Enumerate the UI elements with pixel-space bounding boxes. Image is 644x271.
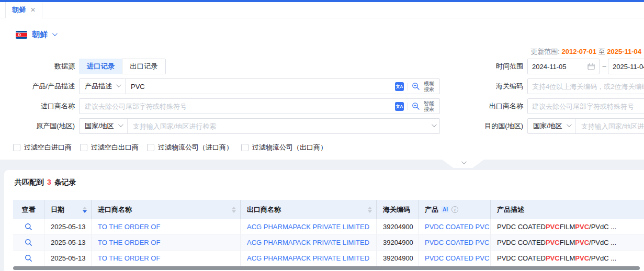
filter-logistics-exporter-checkbox[interactable]: 过滤物流公司（出口商）: [241, 143, 327, 152]
tab-title: 朝鲜: [12, 5, 26, 15]
cell-description: PVDC COATED PVC FILM PVC/PVdC ...: [491, 235, 644, 250]
product-link[interactable]: PVDC COATED PVC FIL...: [425, 239, 491, 246]
header-description: 产品描述: [491, 200, 644, 219]
ai-badge: AI: [441, 206, 449, 213]
header-view: 查看: [13, 200, 44, 219]
tab-north-korea[interactable]: 朝鲜 ✕: [5, 2, 42, 18]
data-source-toggle: 进口记录 出口记录: [79, 59, 166, 74]
checkbox-icon[interactable]: [147, 144, 154, 151]
header-exporter-label: 出口商名称: [247, 205, 281, 214]
chevron-down-icon: [52, 31, 58, 36]
destination-country-input[interactable]: [576, 122, 644, 130]
sort-icon[interactable]: [368, 207, 372, 213]
date-from-input[interactable]: [532, 63, 584, 71]
checkbox-label: 过滤空白进口商: [24, 143, 72, 152]
cell-hs-code: 39204900: [377, 235, 419, 250]
results-summary: 共匹配到 3 条记录: [15, 178, 76, 187]
product-input[interactable]: [126, 83, 395, 91]
results-panel: 共匹配到 3 条记录 查看 日期 进口商名称 出口商名称 海关编码: [4, 170, 644, 271]
checkbox-icon[interactable]: [13, 144, 20, 151]
exporter-link[interactable]: ACG PHARMAPACK PRIVATE LIMITED: [247, 254, 369, 262]
importer-link[interactable]: TO THE ORDER OF: [98, 223, 160, 231]
country-name: 朝鲜: [32, 30, 48, 40]
origin-country-group: 国家/地区: [79, 118, 440, 134]
product-link[interactable]: PVDC COATED PVC FIL...: [425, 223, 491, 231]
table-row: 2025-05-13 TO THE ORDER OF ACG PHARMAPAC…: [13, 235, 644, 251]
fuzzy-search-icon[interactable]: [412, 82, 420, 91]
tab-bar: 朝鲜 ✕: [0, 2, 644, 18]
chevron-down-icon: [118, 122, 123, 127]
country-selector[interactable]: 朝鲜: [16, 30, 56, 40]
destination-select-value: 国家/地区: [533, 121, 562, 131]
product-link[interactable]: PVDC COATED PVC FIL...: [425, 254, 491, 262]
filter-blank-importer-checkbox[interactable]: 过滤空白进口商: [13, 143, 72, 152]
cell-date: 2025-05-13: [44, 219, 92, 234]
destination-country-label: 目的国(地区): [434, 118, 523, 134]
view-record-icon[interactable]: [25, 239, 32, 246]
cell-date: 2025-05-13: [44, 251, 92, 266]
header-product: 产品 AI i: [419, 200, 491, 219]
filter-logistics-importer-checkbox[interactable]: 过滤物流公司（进口商）: [147, 143, 233, 152]
chevron-down-icon: [567, 122, 572, 127]
hs-code-input[interactable]: [532, 83, 644, 91]
date-to-field: [608, 59, 644, 74]
header-importer[interactable]: 进口商名称: [92, 200, 241, 219]
translate-icon[interactable]: 文A: [395, 82, 404, 91]
exporter-link[interactable]: ACG PHARMAPACK PRIVATE LIMITED: [247, 223, 369, 231]
origin-country-label: 原产国(地区): [0, 118, 75, 134]
origin-country-select[interactable]: 国家/地区: [80, 119, 128, 133]
table-header-row: 查看 日期 进口商名称 出口商名称 海关编码 产品 AI i: [13, 200, 644, 219]
export-records-button[interactable]: 出口记录: [122, 59, 165, 74]
importer-field-group: 文A 智能搜索: [79, 98, 440, 114]
import-records-button[interactable]: 进口记录: [79, 59, 122, 74]
sort-icon[interactable]: [83, 207, 87, 213]
update-range-to-word: 至: [598, 48, 605, 55]
header-date[interactable]: 日期: [44, 200, 92, 219]
exporter-link[interactable]: ACG PHARMAPACK PRIVATE LIMITED: [247, 239, 369, 246]
sort-icon[interactable]: [232, 207, 236, 213]
summary-count: 3: [47, 178, 51, 187]
importer-link[interactable]: TO THE ORDER OF: [98, 254, 160, 262]
date-to-input[interactable]: [613, 63, 644, 71]
filter-checkbox-row: 过滤空白进口商 过滤空白出口商 过滤物流公司（进口商） 过滤物流公司（出口商）: [13, 143, 327, 152]
hs-code-field: [527, 78, 644, 94]
checkbox-icon[interactable]: [241, 144, 248, 151]
origin-country-input[interactable]: [128, 122, 432, 130]
date-from-field: [527, 59, 600, 74]
fuzzy-search-mode-label[interactable]: 模糊搜索: [424, 81, 435, 92]
info-icon[interactable]: i: [451, 206, 458, 213]
checkbox-icon[interactable]: [80, 144, 87, 151]
importer-label: 进口商名称: [0, 98, 75, 114]
product-type-value: 产品描述: [85, 82, 112, 91]
product-label: 产品/产品描述: [0, 78, 75, 94]
destination-country-select[interactable]: 国家/地区: [528, 119, 576, 133]
calendar-icon[interactable]: [587, 63, 595, 70]
translate-icon[interactable]: 文A: [395, 102, 404, 111]
header-importer-label: 进口商名称: [98, 205, 132, 214]
close-icon[interactable]: ✕: [30, 6, 36, 14]
update-range-label: 更新范围:: [530, 48, 560, 55]
filter-blank-exporter-checkbox[interactable]: 过滤空白出口商: [80, 143, 139, 152]
exporter-field: [527, 98, 644, 114]
view-record-icon[interactable]: [25, 223, 32, 231]
importer-input[interactable]: [80, 103, 395, 110]
header-hs-code: 海关编码: [377, 200, 419, 219]
view-record-icon[interactable]: [25, 254, 32, 262]
horizontal-scrollbar[interactable]: [13, 266, 640, 270]
header-product-label: 产品: [425, 205, 438, 214]
date-range-separator: –: [601, 59, 607, 74]
chevron-down-icon: [461, 159, 466, 164]
checkbox-label: 过滤物流公司（进口商）: [158, 143, 233, 152]
header-exporter[interactable]: 出口商名称: [241, 200, 377, 219]
table-row: 2025-05-13 TO THE ORDER OF ACG PHARMAPAC…: [13, 219, 644, 235]
exporter-input[interactable]: [532, 103, 644, 110]
cell-date: 2025-05-13: [44, 235, 92, 250]
summary-suffix: 条记录: [54, 178, 76, 187]
checkbox-label: 过滤空白出口商: [91, 143, 139, 152]
product-type-select[interactable]: 产品描述: [80, 79, 126, 94]
importer-link[interactable]: TO THE ORDER OF: [98, 239, 160, 246]
smart-search-icon[interactable]: [412, 102, 420, 110]
data-source-label: 数据源: [0, 59, 75, 74]
results-table: 查看 日期 进口商名称 出口商名称 海关编码 产品 AI i: [13, 200, 644, 266]
smart-search-mode-label[interactable]: 智能搜索: [424, 100, 435, 112]
